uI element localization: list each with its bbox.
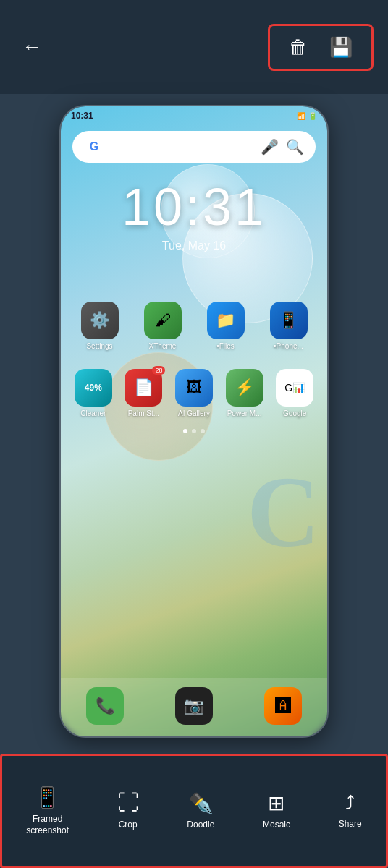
lens-icon[interactable]: 🔍 (286, 138, 304, 156)
watermark-c: C (247, 454, 320, 570)
app-aigallery[interactable]: 🖼 AI Gallery (169, 369, 219, 417)
search-action-icons: 🎤 🔍 (261, 138, 304, 156)
phone-app-icon: 📱 (270, 302, 308, 339)
framed-screenshot-icon: 📱 (35, 786, 60, 809)
app-google[interactable]: G📊 Google (269, 369, 320, 417)
settings-label: Settings (86, 342, 112, 350)
xtheme-icon: 🖌 (144, 302, 182, 339)
tool-doodle[interactable]: ✒️ Doodle (178, 786, 223, 837)
clock-time: 10:31 (61, 177, 327, 237)
palmst-label: Palm St... (128, 409, 159, 417)
framed-screenshot-label: Framedscreenshot (26, 814, 69, 836)
google-icon: G📊 (276, 369, 313, 407)
dot-2 (192, 429, 196, 433)
tool-crop[interactable]: ⛶ Crop (109, 785, 148, 837)
crop-label: Crop (119, 820, 138, 831)
cleaner-icon: 49% (75, 369, 112, 407)
phone-app-label: •Phone... (274, 342, 303, 350)
mic-icon[interactable]: 🎤 (261, 138, 279, 156)
settings-icon: ⚙️ (81, 302, 119, 339)
phone-screen: C 10:31 📶 🔋 G 🎤 🔍 10:31 Tue, May 16 ⚙️ (61, 106, 327, 736)
delete-button[interactable]: 🗑 (282, 33, 315, 61)
google-label: Google (283, 409, 306, 417)
powerm-label: Power M... (227, 409, 262, 417)
mosaic-icon: ⊞ (268, 791, 284, 815)
battery-icon: 🔋 (308, 112, 317, 120)
files-icon: 📁 (207, 302, 245, 339)
share-label: Share (339, 819, 362, 830)
action-buttons-container: 🗑 💾 (268, 24, 374, 71)
dock-app-icon: 🅰 (264, 687, 302, 725)
powerm-icon: ⚡ (226, 369, 263, 407)
app-powerm[interactable]: ⚡ Power M... (219, 369, 270, 417)
app-row-2: 49% Cleaner 📄 28 Palm St... 🖼 AI Gallery… (61, 363, 327, 423)
files-label: •Files (216, 342, 235, 350)
dock-camera[interactable]: 📷 (169, 687, 219, 728)
cleaner-label: Cleaner (80, 409, 106, 417)
doodle-icon: ✒️ (188, 791, 214, 815)
palmst-badge: 28 (152, 366, 165, 375)
aigallery-label: AI Gallery (178, 409, 210, 417)
app-phone[interactable]: 📱 •Phone... (263, 302, 314, 350)
tool-mosaic[interactable]: ⊞ Mosaic (254, 786, 299, 837)
clock-date: Tue, May 16 (61, 239, 327, 252)
dock-phone[interactable]: 📞 (80, 687, 130, 728)
aigallery-icon: 🖼 (175, 369, 213, 407)
mosaic-label: Mosaic (263, 820, 290, 831)
dot-1 (183, 429, 187, 433)
dot-3 (201, 429, 205, 433)
app-settings[interactable]: ⚙️ Settings (75, 302, 125, 350)
phone-frame: C 10:31 📶 🔋 G 🎤 🔍 10:31 Tue, May 16 ⚙️ (59, 105, 329, 738)
bottom-toolbar: 📱 Framedscreenshot ⛶ Crop ✒️ Doodle ⊞ Mo… (0, 754, 388, 868)
google-logo: G (84, 137, 104, 157)
xtheme-label: XTheme (149, 342, 177, 350)
dock-app[interactable]: 🅰 (258, 687, 308, 728)
app-xtheme[interactable]: 🖌 XTheme (138, 302, 188, 350)
doodle-label: Doodle (187, 820, 214, 831)
palmst-icon: 📄 28 (125, 369, 162, 407)
crop-icon: ⛶ (117, 791, 139, 815)
tool-framed-screenshot[interactable]: 📱 Framedscreenshot (17, 780, 77, 842)
app-palmst[interactable]: 📄 28 Palm St... (119, 369, 169, 417)
save-button[interactable]: 💾 (322, 33, 360, 61)
dock-camera-icon: 📷 (175, 687, 213, 725)
app-files[interactable]: 📁 •Files (201, 302, 251, 350)
signal-icon: 📶 (297, 112, 305, 120)
dock-phone-icon: 📞 (86, 687, 124, 725)
clock-display: 10:31 Tue, May 16 (61, 177, 327, 252)
status-time: 10:31 (71, 111, 93, 121)
page-dots (61, 429, 327, 433)
share-icon: ⤴ (345, 792, 355, 814)
app-cleaner[interactable]: 49% Cleaner (68, 369, 119, 417)
app-row-1: ⚙️ Settings 🖌 XTheme 📁 •Files 📱 •Phone..… (61, 296, 327, 356)
status-bar: 10:31 📶 🔋 (61, 106, 327, 125)
status-icons: 📶 🔋 (297, 112, 317, 120)
back-button[interactable]: ← (14, 28, 49, 66)
tool-share[interactable]: ⤴ Share (330, 786, 371, 836)
search-bar[interactable]: G 🎤 🔍 (72, 131, 316, 163)
top-bar: ← 🗑 💾 (0, 0, 388, 94)
app-dock: 📞 📷 🅰 (61, 678, 327, 736)
